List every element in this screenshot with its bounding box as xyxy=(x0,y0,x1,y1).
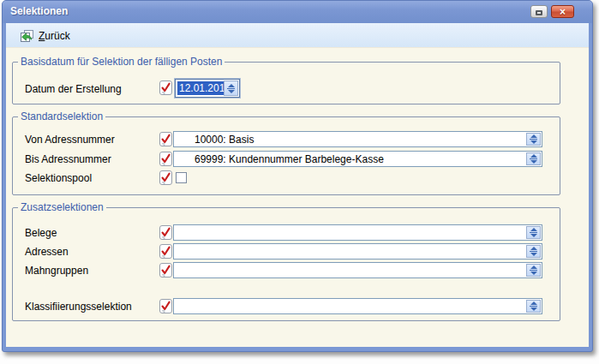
red-check-note-icon[interactable] xyxy=(159,152,172,166)
spin-up-icon xyxy=(228,84,235,87)
red-check-note-icon[interactable] xyxy=(159,299,172,313)
group-standardselektion: Standardselektion Von Adressnummer 10000… xyxy=(12,116,560,195)
group-legend: Zusatzselektionen xyxy=(18,201,106,213)
red-check-note-icon[interactable] xyxy=(159,81,172,95)
spin-up-icon xyxy=(530,134,537,138)
field-label-bis: Bis Adressnummer xyxy=(25,153,111,165)
spin-down-icon xyxy=(530,160,537,164)
field-spinner[interactable] xyxy=(526,226,541,239)
spin-up-icon xyxy=(530,247,537,250)
spin-up-icon xyxy=(530,228,537,231)
minimize-button[interactable] xyxy=(530,5,548,18)
back-button-label: Zurück xyxy=(39,30,70,42)
spin-down-icon xyxy=(530,253,537,256)
green-back-arrow-icon xyxy=(20,29,34,43)
datum-der-erstellung-input[interactable]: 12.01.2017 xyxy=(175,79,240,98)
toolbar: Zurück xyxy=(6,23,589,48)
field-label-selektionspool: Selektionspool xyxy=(25,172,92,184)
form-content: Basisdatum für Selektion der fälligen Po… xyxy=(6,49,589,347)
red-check-note-icon[interactable] xyxy=(159,132,172,146)
group-zusatzselektionen: Zusatzselektionen Belege Adressen xyxy=(12,207,560,321)
field-label-klassifiierung: Klassifiierungsselektion xyxy=(25,301,132,313)
von-adressnummer-field[interactable]: 10000: Basis xyxy=(173,131,542,147)
close-button[interactable]: × xyxy=(551,5,574,18)
group-basisdatum: Basisdatum für Selektion der fälligen Po… xyxy=(12,62,560,104)
field-label-belege: Belege xyxy=(25,227,57,239)
bis-adressnummer-field[interactable]: 69999: Kundennummer Barbelege-Kasse xyxy=(173,151,542,167)
titlebar[interactable]: Selektionen × xyxy=(3,1,592,23)
back-button[interactable]: Zurück xyxy=(15,26,75,45)
date-spinner[interactable] xyxy=(224,81,238,96)
field-spinner[interactable] xyxy=(526,152,541,165)
group-legend: Basisdatum für Selektion der fälligen Po… xyxy=(18,56,225,68)
spin-down-icon xyxy=(228,90,235,93)
selektionspool-checkbox[interactable] xyxy=(176,172,187,183)
red-check-note-icon[interactable] xyxy=(159,244,172,259)
red-check-note-icon[interactable] xyxy=(159,170,172,185)
red-check-note-icon[interactable] xyxy=(159,225,172,240)
field-value: 10000: Basis xyxy=(195,134,254,146)
window-title: Selektionen xyxy=(10,5,68,17)
spin-down-icon xyxy=(530,272,537,275)
field-value: 69999: Kundennummer Barbelege-Kasse xyxy=(195,153,384,165)
group-legend: Standardselektion xyxy=(18,110,105,122)
spin-down-icon xyxy=(530,234,537,237)
spin-up-icon xyxy=(530,266,537,269)
klassifiierungsselektion-field[interactable] xyxy=(173,298,542,314)
dialog-window: Selektionen × Zurück Basisdatum für Sele… xyxy=(2,0,593,352)
spin-up-icon xyxy=(530,154,537,158)
field-label-datum: Datum der Erstellung xyxy=(25,83,122,95)
field-spinner[interactable] xyxy=(526,133,541,146)
field-label-adressen: Adressen xyxy=(25,246,69,258)
field-spinner[interactable] xyxy=(526,300,541,313)
field-label-mahngruppen: Mahngruppen xyxy=(25,265,88,277)
field-spinner[interactable] xyxy=(526,264,541,277)
client-area: Zurück Basisdatum für Selektion der fäll… xyxy=(6,23,589,347)
spin-up-icon xyxy=(530,301,537,305)
field-label-von: Von Adressnummer xyxy=(25,134,115,146)
mahngruppen-field[interactable] xyxy=(173,262,542,278)
belege-field[interactable] xyxy=(173,224,542,241)
field-spinner[interactable] xyxy=(526,245,541,258)
spin-down-icon xyxy=(530,140,537,144)
close-x-icon: × xyxy=(560,6,566,18)
red-check-note-icon[interactable] xyxy=(159,263,172,277)
spin-down-icon xyxy=(530,307,537,311)
adressen-field[interactable] xyxy=(173,243,542,260)
restore-box-icon xyxy=(536,10,542,15)
